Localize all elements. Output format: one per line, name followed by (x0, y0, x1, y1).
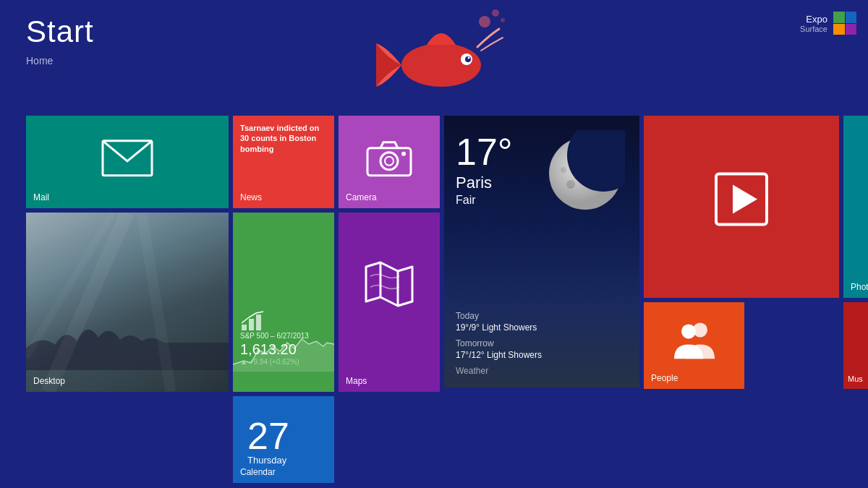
svg-point-0 (479, 16, 490, 27)
svg-point-7 (468, 57, 470, 59)
tile-camera[interactable]: Camera (339, 116, 440, 208)
tomorrow-label: Tomorrow (456, 338, 628, 348)
user-text: Expo Surface (800, 14, 827, 33)
camera-label: Camera (346, 192, 433, 202)
svg-point-3 (401, 43, 481, 87)
svg-marker-21 (366, 262, 412, 306)
tile-mail[interactable]: Mail (26, 116, 229, 208)
avatar-cell (833, 24, 845, 35)
start-title: Start (26, 14, 94, 49)
finance-content: S&P 500 – 6/27/2013 1,613.20 ▲ +9.94 (+0… (233, 326, 334, 372)
user-info[interactable]: Expo Surface (800, 12, 856, 35)
video-play-icon (712, 171, 770, 231)
today-label: Today (456, 311, 628, 321)
today-detail: 19°/9° Light Showers (456, 322, 628, 333)
user-name: Expo (800, 14, 827, 25)
calendar-label: Calendar (240, 467, 327, 477)
tile-maps[interactable]: Maps (339, 213, 440, 392)
music-label: Mus (848, 374, 863, 383)
people-internet-row: People (644, 302, 839, 389)
tile-desktop[interactable]: Desktop (26, 213, 229, 392)
header: Start Home (26, 14, 94, 67)
people-icon (670, 321, 719, 361)
maps-icon (363, 258, 415, 310)
finance-value: 1,613.20 (240, 341, 327, 358)
svg-point-19 (385, 157, 393, 166)
svg-point-18 (380, 153, 398, 170)
column-3: Camera Maps (339, 116, 440, 483)
tile-music[interactable]: Mus (843, 302, 868, 389)
water-effect (26, 213, 229, 392)
tile-photos[interactable]: Photos (843, 116, 868, 298)
people-label: People (651, 373, 737, 383)
svg-point-26 (566, 180, 575, 189)
tile-weather[interactable]: 17° Paris Fair Today 19°/9° Light Shower… (444, 116, 639, 388)
photos-label: Photos (851, 282, 868, 292)
calendar-day: Thursday (240, 455, 327, 467)
column-4: 17° Paris Fair Today 19°/9° Light Shower… (444, 116, 639, 483)
camera-icon (366, 140, 412, 177)
column-6: Photos Mus Inter (843, 116, 868, 483)
svg-marker-29 (733, 185, 757, 214)
desktop-label: Desktop (33, 376, 221, 386)
mail-label: Mail (33, 192, 221, 202)
home-label: Home (26, 55, 94, 67)
avatar-cell (846, 24, 857, 35)
svg-point-31 (681, 324, 696, 338)
tile-finance[interactable]: S&P 500 – 6/27/2013 1,613.20 ▲ +9.94 (+0… (233, 213, 334, 392)
tile-news[interactable]: Tsarnaev indicted on 30 counts in Boston… (233, 116, 334, 208)
tiles-container: Mail (26, 116, 868, 483)
fish-decoration (362, 7, 506, 108)
fish-svg (362, 7, 521, 116)
svg-marker-4 (376, 43, 401, 87)
tomorrow-detail: 17°/12° Light Showers (456, 350, 628, 360)
moon-icon (545, 130, 625, 217)
news-label: News (240, 192, 327, 202)
music-internet-row: Mus Inter (843, 302, 868, 389)
maps-label: Maps (346, 376, 433, 386)
avatar-cell (846, 12, 857, 23)
column-5: People (644, 116, 839, 483)
tile-video[interactable] (644, 116, 839, 298)
svg-point-27 (561, 167, 566, 173)
user-subtitle: Surface (800, 25, 827, 33)
svg-point-1 (492, 9, 499, 17)
weather-label: Weather (456, 366, 628, 376)
news-headline: Tsarnaev indicted on 30 counts in Boston… (233, 116, 334, 161)
finance-title: S&P 500 – 6/27/2013 (240, 332, 327, 340)
tile-calendar[interactable]: 27 Thursday Calendar (233, 396, 334, 483)
finance-change: ▲ +9.94 (+0.62%) (240, 358, 327, 366)
svg-point-2 (501, 18, 505, 22)
svg-point-20 (401, 152, 406, 156)
tile-people[interactable]: People (644, 302, 744, 389)
calendar-date: 27 (240, 413, 327, 455)
weather-forecast: Today 19°/9° Light Showers Tomorrow 17°/… (456, 311, 628, 366)
avatar-cell (833, 12, 845, 23)
avatar (833, 12, 856, 35)
mail-icon (101, 140, 153, 177)
column-1: Mail (26, 116, 229, 483)
column-2: Tsarnaev indicted on 30 counts in Boston… (233, 116, 334, 483)
